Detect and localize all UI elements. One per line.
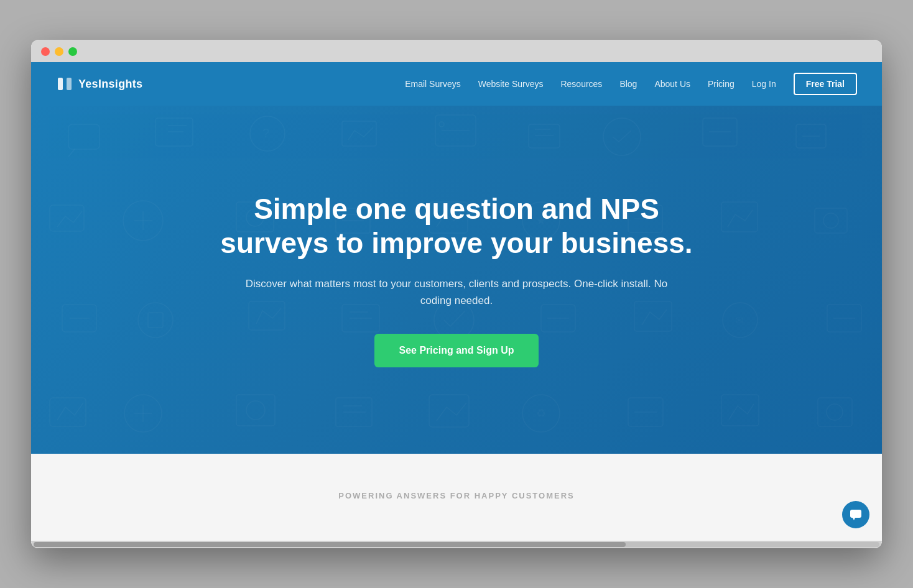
svg-rect-52 — [827, 305, 861, 332]
svg-rect-54 — [50, 398, 86, 426]
svg-point-16 — [603, 118, 641, 155]
hero-section: ? — [31, 106, 882, 454]
svg-point-64 — [522, 395, 560, 432]
svg-rect-19 — [796, 124, 826, 148]
nav-links: Email Surveys Website Surveys Resources … — [405, 73, 857, 95]
svg-text:♻: ♻ — [536, 407, 546, 420]
scroll-thumb[interactable] — [34, 542, 626, 547]
nav-pricing[interactable]: Pricing — [708, 79, 735, 89]
svg-point-40 — [138, 303, 173, 338]
browser-chrome — [31, 40, 882, 62]
traffic-light-red[interactable] — [41, 47, 50, 56]
hero-subtitle: Discover what matters most to your custo… — [245, 275, 668, 309]
svg-point-70 — [827, 404, 843, 420]
svg-point-59 — [246, 401, 265, 420]
svg-point-37 — [823, 213, 838, 228]
lower-wrapper: POWERING ANSWERS FOR HAPPY CUSTOMERS — [31, 454, 882, 541]
svg-point-7 — [250, 116, 285, 151]
logo-text: YesInsights — [78, 78, 142, 91]
free-trial-button[interactable]: Free Trial — [794, 73, 857, 95]
cta-button[interactable]: See Pricing and Sign Up — [374, 334, 539, 367]
powering-text: POWERING ANSWERS FOR HAPPY CUSTOMERS — [338, 491, 574, 500]
chat-bubble-button[interactable] — [842, 501, 869, 528]
svg-rect-35 — [721, 202, 758, 232]
svg-marker-72 — [853, 518, 855, 520]
svg-rect-60 — [336, 398, 372, 426]
svg-rect-17 — [703, 118, 737, 146]
traffic-light-green[interactable] — [68, 47, 77, 56]
svg-rect-69 — [818, 398, 852, 426]
svg-rect-2 — [68, 124, 100, 149]
svg-point-22 — [123, 201, 163, 241]
navbar: YesInsights Email Surveys Website Survey… — [31, 62, 882, 106]
nav-log-in[interactable]: Log In — [752, 79, 776, 89]
svg-rect-13 — [529, 124, 560, 148]
traffic-light-yellow[interactable] — [55, 47, 63, 56]
svg-rect-0 — [58, 78, 63, 90]
scroll-track[interactable] — [34, 542, 879, 547]
browser-content: YesInsights Email Surveys Website Survey… — [31, 62, 882, 548]
svg-rect-71 — [850, 510, 861, 518]
nav-email-surveys[interactable]: Email Surveys — [405, 79, 460, 89]
svg-rect-1 — [67, 78, 72, 90]
svg-rect-38 — [62, 305, 96, 332]
svg-rect-4 — [155, 118, 193, 146]
svg-rect-21 — [50, 205, 84, 231]
logo-icon — [56, 75, 73, 93]
nav-about-us[interactable]: About Us — [654, 79, 690, 89]
nav-resources[interactable]: Resources — [560, 79, 602, 89]
traffic-lights — [41, 47, 872, 56]
svg-rect-63 — [429, 395, 469, 427]
svg-rect-36 — [815, 208, 847, 233]
svg-rect-10 — [435, 115, 476, 146]
chat-icon — [849, 508, 863, 521]
svg-rect-66 — [628, 398, 663, 426]
horizontal-scrollbar[interactable] — [31, 541, 882, 548]
browser-window: YesInsights Email Surveys Website Survey… — [31, 40, 882, 548]
nav-website-surveys[interactable]: Website Surveys — [478, 79, 544, 89]
svg-text:✉: ✉ — [735, 315, 743, 326]
hero-content: Simple one question and NPS surveys to i… — [202, 192, 711, 368]
nav-blog[interactable]: Blog — [619, 79, 637, 89]
svg-rect-9 — [342, 121, 376, 146]
svg-rect-68 — [721, 395, 759, 426]
svg-rect-58 — [236, 395, 275, 426]
svg-line-3 — [68, 149, 75, 157]
svg-rect-41 — [148, 313, 163, 328]
lower-section: POWERING ANSWERS FOR HAPPY CUSTOMERS — [31, 454, 882, 541]
svg-point-12 — [439, 122, 444, 127]
svg-point-50 — [723, 303, 758, 338]
hero-title: Simple one question and NPS surveys to i… — [202, 192, 711, 260]
logo-area: YesInsights — [56, 75, 142, 93]
svg-point-55 — [124, 395, 162, 432]
svg-text:?: ? — [262, 126, 269, 140]
